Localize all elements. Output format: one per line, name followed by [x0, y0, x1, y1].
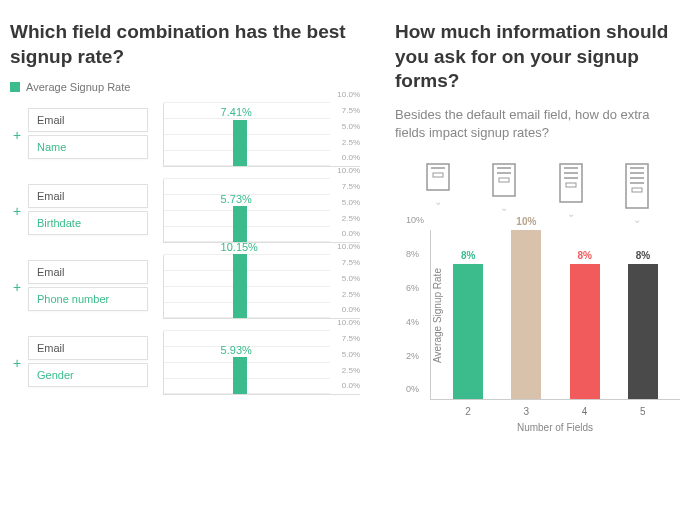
big-chart: Average Signup Rate 8%210%38%48%5 0%2%4%… — [395, 230, 680, 430]
bar-label: 8% — [628, 250, 658, 261]
mini-bar — [233, 254, 247, 318]
form-icon: ⌄ — [423, 162, 453, 225]
combo-row: +EmailBirthdate0.0%2.5%5.0%7.5%10.0%5.73… — [10, 179, 360, 243]
svg-rect-3 — [493, 164, 515, 196]
field-extra: Birthdate — [28, 211, 148, 235]
combo-row: +EmailName0.0%2.5%5.0%7.5%10.0%7.41% — [10, 103, 360, 167]
combo-row: +EmailPhone number0.0%2.5%5.0%7.5%10.0%1… — [10, 255, 360, 319]
y-tick: 6% — [406, 283, 419, 293]
y-tick: 2% — [406, 351, 419, 361]
mini-chart: 0.0%2.5%5.0%7.5%10.0%5.73% — [163, 179, 360, 243]
field-email: Email — [28, 184, 148, 208]
form-icon: ⌄ — [556, 162, 586, 225]
plus-icon: + — [10, 127, 24, 143]
x-axis-label: Number of Fields — [430, 422, 680, 433]
mini-tick: 10.0% — [337, 166, 360, 175]
mini-tick: 5.0% — [342, 349, 360, 358]
svg-rect-12 — [626, 164, 648, 208]
mini-tick: 2.5% — [342, 289, 360, 298]
mini-tick: 7.5% — [342, 106, 360, 115]
big-bar: 8%5 — [628, 264, 658, 399]
mini-tick: 10.0% — [337, 242, 360, 251]
svg-rect-11 — [566, 183, 576, 187]
plus-icon: + — [10, 203, 24, 219]
mini-tick: 2.5% — [342, 137, 360, 146]
big-bar: 8%4 — [570, 264, 600, 399]
legend: Average Signup Rate — [10, 81, 360, 93]
bar-label: 8% — [570, 250, 600, 261]
mini-bar — [233, 120, 247, 167]
mini-value: 5.73% — [221, 193, 252, 205]
legend-swatch — [10, 82, 20, 92]
form-icon: ⌄ — [622, 162, 652, 225]
bar-label: 10% — [511, 216, 541, 227]
mini-chart: 0.0%2.5%5.0%7.5%10.0%5.93% — [163, 331, 360, 395]
big-bar: 8%2 — [453, 264, 483, 399]
y-tick: 8% — [406, 249, 419, 259]
y-tick: 10% — [406, 215, 424, 225]
field-email: Email — [28, 108, 148, 132]
legend-label: Average Signup Rate — [26, 81, 130, 93]
mini-chart: 0.0%2.5%5.0%7.5%10.0%10.15% — [163, 255, 360, 319]
mini-tick: 7.5% — [342, 258, 360, 267]
mini-value: 10.15% — [221, 241, 258, 253]
field-email: Email — [28, 260, 148, 284]
field-extra: Phone number — [28, 287, 148, 311]
mini-tick: 5.0% — [342, 273, 360, 282]
svg-rect-17 — [632, 188, 642, 192]
svg-rect-2 — [433, 173, 443, 177]
x-tick: 4 — [570, 406, 600, 417]
right-subtitle: Besides the default email field, how do … — [395, 106, 680, 142]
plus-icon: + — [10, 355, 24, 371]
svg-rect-6 — [499, 178, 509, 182]
mini-tick: 10.0% — [337, 318, 360, 327]
x-tick: 2 — [453, 406, 483, 417]
x-tick: 5 — [628, 406, 658, 417]
mini-value: 5.93% — [221, 344, 252, 356]
field-email: Email — [28, 336, 148, 360]
x-tick: 3 — [511, 406, 541, 417]
mini-tick: 0.0% — [342, 305, 360, 314]
mini-tick: 5.0% — [342, 197, 360, 206]
left-title: Which field combination has the best sig… — [10, 20, 360, 69]
field-extra: Gender — [28, 363, 148, 387]
mini-tick: 0.0% — [342, 381, 360, 390]
mini-tick: 7.5% — [342, 334, 360, 343]
mini-tick: 10.0% — [337, 90, 360, 99]
right-title: How much information should you ask for … — [395, 20, 680, 94]
y-tick: 4% — [406, 317, 419, 327]
mini-tick: 5.0% — [342, 121, 360, 130]
mini-tick: 7.5% — [342, 182, 360, 191]
mini-tick: 2.5% — [342, 365, 360, 374]
big-bar: 10%3 — [511, 230, 541, 399]
mini-value: 7.41% — [221, 106, 252, 118]
plus-icon: + — [10, 279, 24, 295]
bar-label: 8% — [453, 250, 483, 261]
mini-bar — [233, 357, 247, 394]
y-tick: 0% — [406, 384, 419, 394]
mini-bar — [233, 206, 247, 242]
mini-chart: 0.0%2.5%5.0%7.5%10.0%7.41% — [163, 103, 360, 167]
field-extra: Name — [28, 135, 148, 159]
mini-tick: 0.0% — [342, 229, 360, 238]
combo-row: +EmailGender0.0%2.5%5.0%7.5%10.0%5.93% — [10, 331, 360, 395]
mini-tick: 2.5% — [342, 213, 360, 222]
mini-tick: 0.0% — [342, 153, 360, 162]
